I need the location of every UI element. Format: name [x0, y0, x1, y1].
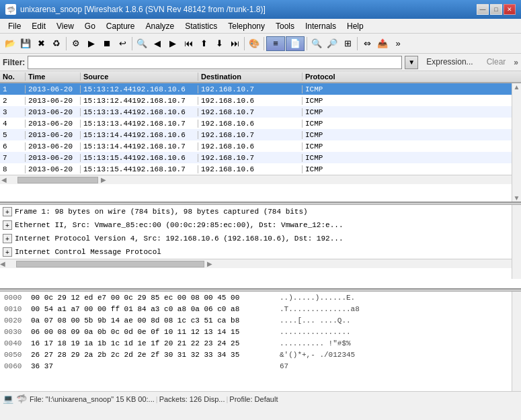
save-button[interactable]: 💾 — [18, 36, 33, 51]
toolbar-sep-1 — [66, 37, 67, 50]
packet-list-scrollbar-h[interactable]: ◀ ▶ — [0, 175, 521, 184]
cell-destination: 192.168.10.7 — [198, 85, 303, 93]
menu-edit[interactable]: Edit — [26, 20, 51, 32]
hex-offset: 0020 — [4, 317, 31, 325]
list-item[interactable]: + Internet Protocol Version 4, Src: 192.… — [0, 232, 521, 245]
capture-options-button[interactable]: ⚙ — [69, 36, 83, 51]
list-item: 0020 0a 07 08 00 5b 9b 14 ae 00 8d 08 1c… — [0, 314, 521, 326]
hex-dump: 0000 00 0c 29 12 ed e7 00 0c 29 85 ec 00… — [0, 292, 521, 391]
status-profile: Profile: Default — [229, 395, 278, 403]
zoom-normal-button[interactable]: ⊞ — [340, 36, 355, 51]
maximize-button[interactable]: □ — [490, 4, 502, 15]
go-back-button[interactable]: ◀ — [150, 36, 165, 51]
go-last-button[interactable]: ⏭ — [227, 36, 242, 51]
cell-source: 15:13:14.44192.168.10.7 — [81, 142, 198, 151]
status-bar: 💻 🦈 File: "I:\unixarena_snoop" 15 KB 00:… — [0, 391, 521, 406]
menu-telephony[interactable]: Telephony — [223, 20, 270, 32]
expand-icon[interactable]: + — [3, 207, 12, 216]
detail-scrollbar-thumb[interactable] — [16, 261, 204, 267]
table-row[interactable]: 8 2013-06-20 15:13:15.44192.168.10.7 192… — [0, 163, 521, 175]
expand-icon[interactable]: + — [3, 234, 12, 243]
detail-scrollbar-v[interactable] — [512, 205, 521, 279]
filter-expression-button[interactable]: Expression... — [421, 56, 478, 69]
packet-list-toggle[interactable]: ≡ — [266, 36, 285, 51]
list-item[interactable]: + Internet Control Message Protocol — [0, 245, 521, 259]
hex-scrollbar-v[interactable] — [512, 292, 521, 391]
filter-more-button[interactable]: » — [514, 58, 518, 67]
hex-bytes: 00 0c 29 12 ed e7 00 0c 29 85 ec 00 08 0… — [31, 294, 280, 302]
toolbar-sep-4 — [264, 37, 264, 50]
hex-bytes: 26 27 28 29 2a 2b 2c 2d 2e 2f 30 31 32 3… — [31, 351, 280, 359]
filter-input[interactable] — [28, 56, 402, 69]
hex-offset: 0030 — [4, 328, 31, 336]
start-capture-button[interactable]: ▶ — [84, 36, 99, 51]
colorize-button[interactable]: 🎨 — [247, 36, 262, 51]
close-capture-button[interactable]: ✖ — [34, 36, 48, 51]
go-first-button[interactable]: ⏮ — [181, 36, 196, 51]
filter-label: Filter: — [3, 58, 25, 67]
menu-help[interactable]: Help — [342, 20, 369, 32]
cell-no: 7 — [0, 154, 26, 162]
filter-clear-button[interactable]: Clear — [481, 56, 512, 69]
table-row[interactable]: 3 2013-06-20 15:13:13.44192.168.10.6 192… — [0, 106, 521, 118]
go-next-button[interactable]: ⬇ — [212, 36, 227, 51]
cell-protocol: ICMP — [303, 120, 343, 128]
toolbar: 📂 💾 ✖ ♻ ⚙ ▶ ⏹ ↩ 🔍 ◀ ▶ ⏮ ⬆ ⬇ ⏭ 🎨 ≡ 📄 🔍 🔎 … — [0, 34, 521, 54]
scrollbar-thumb-h[interactable] — [17, 177, 98, 183]
table-row[interactable]: 2 2013-06-20 15:13:12.44192.168.10.7 192… — [0, 95, 521, 106]
detail-text: Internet Control Message Protocol — [15, 248, 161, 256]
list-item[interactable]: + Ethernet II, Src: Vmware_85:ec:00 (00:… — [0, 218, 521, 232]
menu-internals[interactable]: Internals — [300, 20, 342, 32]
col-header-source: Source — [81, 73, 198, 81]
filter-dropdown[interactable]: ▼ — [405, 56, 418, 69]
menu-go[interactable]: Go — [79, 20, 101, 32]
packet-detail-toggle[interactable]: 📄 — [286, 36, 305, 51]
open-button[interactable]: 📂 — [3, 36, 17, 51]
hex-bytes: 00 54 a1 a7 00 00 ff 01 84 a3 c0 a8 0a 0… — [31, 305, 280, 313]
table-row[interactable]: 5 2013-06-20 15:13:14.44192.168.10.6 192… — [0, 129, 521, 140]
menu-file[interactable]: File — [3, 20, 26, 32]
more-button[interactable]: » — [391, 36, 405, 51]
restart-capture-button[interactable]: ↩ — [115, 36, 130, 51]
status-file: File: "I:\unixarena_snoop" 15 KB 00:... — [30, 395, 155, 403]
expand-icon[interactable]: + — [3, 220, 12, 230]
cell-time: 2013-06-20 — [26, 120, 81, 128]
list-item[interactable]: + Frame 1: 98 bytes on wire (784 bits), … — [0, 205, 521, 218]
cell-no: 4 — [0, 120, 26, 128]
menu-tools[interactable]: Tools — [270, 20, 300, 32]
menu-capture[interactable]: Capture — [101, 20, 141, 32]
hex-bytes: 0a 07 08 00 5b 9b 14 ae 00 8d 08 1c c3 5… — [31, 317, 280, 325]
cell-time: 2013-06-20 — [26, 85, 81, 93]
cell-protocol: ICMP — [303, 108, 343, 116]
menu-view[interactable]: View — [51, 20, 79, 32]
stop-capture-button[interactable]: ⏹ — [99, 36, 114, 51]
menu-statistics[interactable]: Statistics — [179, 20, 223, 32]
reload-button[interactable]: ♻ — [49, 36, 64, 51]
filter-bar: Filter: ▼ Expression... Clear » — [0, 54, 521, 71]
toolbar-sep-5 — [307, 37, 307, 50]
app-icon: 🦈 — [5, 4, 16, 15]
zoom-out-button[interactable]: 🔎 — [325, 36, 339, 51]
table-row[interactable]: 4 2013-06-20 15:13:13.44192.168.10.7 192… — [0, 118, 521, 129]
table-row[interactable]: 1 2013-06-20 15:13:12.44192.168.10.6 192… — [0, 83, 521, 95]
zoom-in-button[interactable]: 🔍 — [309, 36, 324, 51]
menu-bar: File Edit View Go Capture Analyze Statis… — [0, 19, 521, 34]
cell-source: 15:13:12.44192.168.10.7 — [81, 97, 198, 105]
go-prev-button[interactable]: ⬆ — [196, 36, 211, 51]
cell-destination: 192.168.10.7 — [198, 154, 303, 162]
menu-analyze[interactable]: Analyze — [141, 20, 180, 32]
close-button[interactable]: ✕ — [504, 4, 516, 15]
export-button[interactable]: 📤 — [375, 36, 390, 51]
hex-ascii: ..).....)......E. — [280, 294, 355, 302]
go-forward-button[interactable]: ▶ — [165, 36, 180, 51]
detail-scrollbar-h[interactable]: ◀ ▶ — [0, 259, 521, 268]
toolbar-sep-6 — [357, 37, 358, 50]
cell-no: 6 — [0, 142, 26, 151]
table-row[interactable]: 7 2013-06-20 15:13:15.44192.168.10.6 192… — [0, 152, 521, 163]
table-row[interactable]: 6 2013-06-20 15:13:14.44192.168.10.7 192… — [0, 140, 521, 152]
packet-list-scrollbar-v[interactable]: ▲ ▼ — [512, 83, 521, 202]
minimize-button[interactable]: — — [477, 4, 489, 15]
resize-columns-button[interactable]: ⇔ — [360, 36, 374, 51]
expand-icon[interactable]: + — [3, 247, 12, 257]
find-packet-button[interactable]: 🔍 — [134, 36, 149, 51]
